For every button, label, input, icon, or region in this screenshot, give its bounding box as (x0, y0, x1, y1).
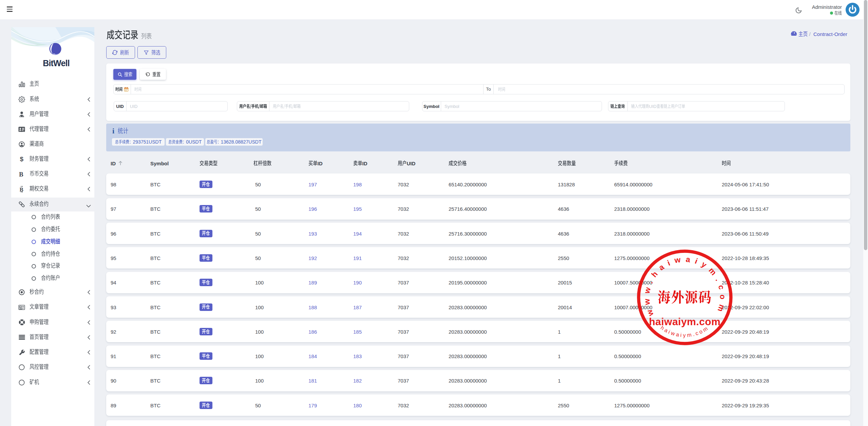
svg-text:haiwaiym.com: haiwaiym.com (649, 316, 720, 327)
svg-text:B: B (19, 171, 23, 178)
svg-text:$: $ (20, 155, 23, 163)
